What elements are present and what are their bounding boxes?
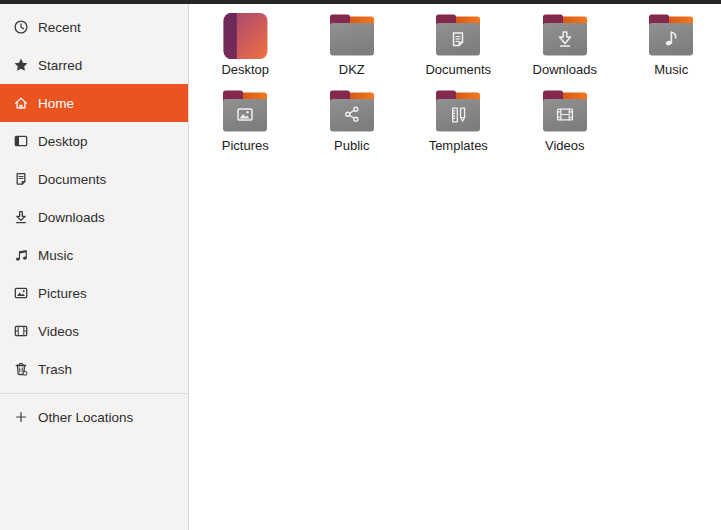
places-sidebar: Recent Starred Home Desktop Documents [0,4,189,530]
film-icon [13,323,29,339]
sidebar-item-recent[interactable]: Recent [0,8,188,46]
file-name: Pictures [222,138,269,153]
file-view: Desktop DKZ [190,4,721,530]
sidebar-item-music[interactable]: Music [0,236,188,274]
sidebar-item-label: Trash [38,362,72,377]
sidebar-item-home[interactable]: Home [0,84,188,122]
folder-pictures-icon [219,86,271,136]
folder-templates-icon [432,86,484,136]
file-item-documents[interactable]: Documents [405,4,512,80]
folder-plain-icon [326,10,378,60]
sidebar-item-label: Music [38,248,73,263]
sidebar-item-documents[interactable]: Documents [0,160,188,198]
star-icon [13,57,29,73]
download-icon [13,209,29,225]
sidebar-item-label: Documents [38,172,106,187]
recent-clock-icon [13,19,29,35]
file-name: Music [654,62,688,77]
sidebar-item-starred[interactable]: Starred [0,46,188,84]
folder-public-icon [326,86,378,136]
file-name: Templates [429,138,488,153]
picture-icon [13,285,29,301]
sidebar-item-label: Starred [38,58,82,73]
folder-documents-icon [432,10,484,60]
trash-icon [13,361,29,377]
desktop-icon [13,133,29,149]
sidebar-item-downloads[interactable]: Downloads [0,198,188,236]
file-item-downloads[interactable]: Downloads [512,4,619,80]
file-name: Downloads [533,62,597,77]
document-icon [13,171,29,187]
file-item-videos[interactable]: Videos [512,80,619,156]
file-item-music[interactable]: Music [618,4,721,80]
home-icon [13,95,29,111]
sidebar-item-label: Downloads [38,210,105,225]
sidebar-item-desktop[interactable]: Desktop [0,122,188,160]
sidebar-item-pictures[interactable]: Pictures [0,274,188,312]
icon-grid: Desktop DKZ [192,4,721,156]
music-note-icon [13,247,29,263]
sidebar-item-label: Recent [38,20,81,35]
sidebar-item-label: Other Locations [38,410,133,425]
sidebar-item-label: Pictures [38,286,87,301]
folder-downloads-icon [539,10,591,60]
file-name: Documents [425,62,491,77]
sidebar-item-videos[interactable]: Videos [0,312,188,350]
file-name: DKZ [339,62,365,77]
file-name: Public [334,138,369,153]
folder-music-icon [645,10,697,60]
sidebar-item-label: Desktop [38,134,88,149]
sidebar-item-label: Home [38,96,74,111]
plus-icon [13,409,29,425]
sidebar-item-trash[interactable]: Trash [0,350,188,388]
file-item-templates[interactable]: Templates [405,80,512,156]
folder-videos-icon [539,86,591,136]
desktop-gradient-icon [219,10,271,60]
file-item-pictures[interactable]: Pictures [192,80,299,156]
file-item-dkz[interactable]: DKZ [299,4,406,80]
sidebar-separator [0,393,188,394]
file-item-desktop[interactable]: Desktop [192,4,299,80]
file-name: Desktop [221,62,269,77]
sidebar-item-label: Videos [38,324,79,339]
sidebar-item-other-locations[interactable]: Other Locations [0,398,188,436]
file-item-public[interactable]: Public [299,80,406,156]
file-name: Videos [545,138,585,153]
